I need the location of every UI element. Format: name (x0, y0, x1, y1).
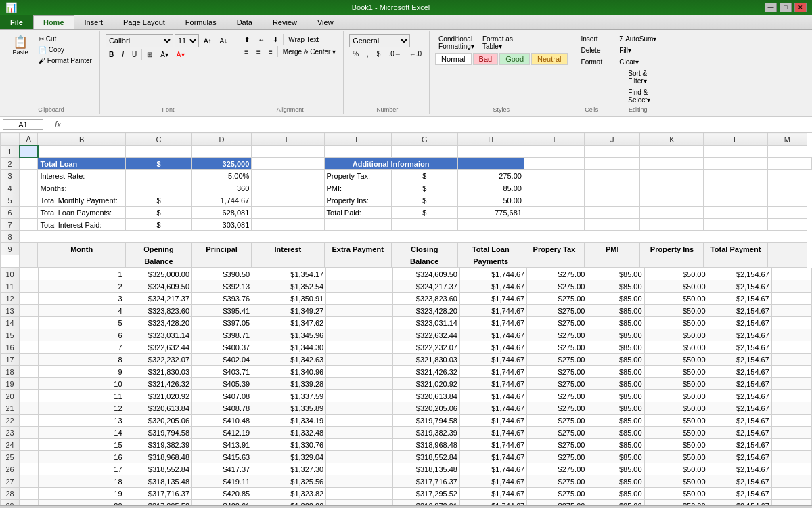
cell-g26[interactable]: $318,135.48 (392, 463, 459, 475)
row-header-2[interactable]: 2 (1, 158, 20, 170)
cell-j2[interactable] (640, 158, 704, 170)
cell-h28[interactable]: $1,744.67 (459, 488, 526, 500)
cell-f11[interactable] (326, 280, 392, 293)
cell-e23[interactable]: $1,332.48 (252, 427, 326, 439)
cell-k9b[interactable] (640, 255, 704, 268)
cell-b23[interactable]: 14 (38, 427, 125, 439)
cell-g15[interactable]: $322,632.44 (392, 329, 459, 341)
cell-d16[interactable]: $400.37 (192, 341, 252, 354)
cell-f12[interactable] (326, 293, 392, 305)
cell-h23[interactable]: $1,744.67 (459, 427, 526, 439)
bold-button[interactable]: B (106, 49, 117, 60)
cell-d3[interactable]: 5.00% (191, 170, 251, 182)
cell-d23[interactable]: $412.19 (192, 427, 252, 439)
cell-m12[interactable] (771, 293, 811, 305)
tab-data[interactable]: Data (227, 15, 263, 29)
cell-b9[interactable]: Month (38, 243, 126, 255)
cell-i6[interactable] (524, 207, 584, 219)
align-left-button[interactable]: ≡ (241, 46, 252, 57)
cell-l27[interactable]: $2,154.67 (708, 475, 771, 488)
cell-h6[interactable]: 775,681 (457, 207, 524, 219)
cell-m6[interactable] (767, 207, 807, 219)
cell-l17[interactable]: $2,154.67 (708, 354, 771, 366)
cell-c23[interactable]: $319,794.58 (125, 427, 191, 439)
cell-f1[interactable] (324, 146, 391, 158)
cell-f17[interactable] (326, 354, 392, 366)
cell-j21[interactable]: $85.00 (587, 402, 644, 415)
cell-h9[interactable]: Total Loan (457, 243, 524, 255)
cell-k15[interactable]: $50.00 (644, 329, 708, 341)
cell-i25[interactable]: $275.00 (527, 451, 587, 463)
cell-i23[interactable]: $275.00 (527, 427, 587, 439)
cell-a23[interactable] (20, 427, 39, 439)
cell-a25[interactable] (20, 451, 39, 463)
cell-a15[interactable] (20, 329, 39, 341)
cell-i21[interactable]: $275.00 (527, 402, 587, 415)
tab-view[interactable]: View (307, 15, 344, 29)
cell-a24[interactable] (20, 439, 39, 451)
cell-m11[interactable] (771, 280, 811, 293)
cell-j27[interactable]: $85.00 (587, 475, 644, 488)
row-header-12[interactable]: 12 (1, 293, 20, 305)
cell-m21[interactable] (771, 402, 811, 415)
row-header-23[interactable]: 23 (1, 427, 20, 439)
cell-i20[interactable]: $275.00 (527, 390, 587, 402)
cell-k1[interactable] (640, 146, 704, 158)
cell-c1[interactable] (126, 146, 192, 158)
cell-j7[interactable] (585, 219, 640, 231)
cell-a5[interactable] (20, 194, 38, 207)
cell-h4[interactable]: 85.00 (457, 182, 524, 194)
fill-color-button[interactable]: A▾ (157, 49, 172, 60)
cell-c22[interactable]: $320,205.06 (125, 415, 191, 427)
cell-g10[interactable]: $324,609.50 (392, 268, 459, 280)
cell-j23[interactable]: $85.00 (587, 427, 644, 439)
cell-e4[interactable] (252, 182, 324, 194)
col-header-a[interactable]: A (20, 133, 38, 146)
cell-a10[interactable] (20, 268, 39, 280)
cell-a4[interactable] (20, 182, 38, 194)
cell-b28[interactable]: 19 (38, 488, 125, 500)
row-header-28[interactable]: 28 (1, 488, 20, 500)
cell-h15[interactable]: $1,744.67 (459, 329, 526, 341)
col-header-i[interactable]: I (524, 133, 584, 146)
cell-l19[interactable]: $2,154.67 (708, 378, 771, 390)
underline-button[interactable]: U (129, 49, 140, 60)
cell-k22[interactable]: $50.00 (644, 415, 708, 427)
cell-g19[interactable]: $321,020.92 (392, 378, 459, 390)
cell-e15[interactable]: $1,345.96 (252, 329, 326, 341)
cell-j15[interactable]: $85.00 (587, 329, 644, 341)
cell-b11[interactable]: 2 (38, 280, 125, 293)
cell-m17[interactable] (771, 354, 811, 366)
cell-k9[interactable]: Property Ins (640, 243, 704, 255)
cell-f18[interactable] (326, 366, 392, 378)
conditional-formatting-button[interactable]: ConditionalFormatting▾ (435, 34, 478, 51)
row-header-16[interactable]: 16 (1, 341, 20, 354)
cell-k6[interactable] (640, 207, 704, 219)
cell-c9[interactable]: Opening (126, 243, 192, 255)
row-header-9[interactable]: 9 (1, 243, 20, 255)
cell-c4[interactable] (126, 182, 192, 194)
cell-d11[interactable]: $392.13 (192, 280, 252, 293)
cell-h17[interactable]: $1,744.67 (459, 354, 526, 366)
tab-file[interactable]: File (0, 15, 33, 29)
cell-f14[interactable] (326, 317, 392, 329)
col-header-e[interactable]: E (252, 133, 324, 146)
cell-g9[interactable]: Closing (391, 243, 457, 255)
cell-c17[interactable]: $322,232.07 (125, 354, 191, 366)
cell-i10[interactable]: $275.00 (527, 268, 587, 280)
increase-decimal-button[interactable]: .0→ (385, 49, 404, 59)
cell-f13[interactable] (326, 305, 392, 317)
cell-l7[interactable] (704, 219, 767, 231)
cell-d17[interactable]: $402.04 (192, 354, 252, 366)
cell-i19[interactable]: $275.00 (527, 378, 587, 390)
tab-formulas[interactable]: Formulas (175, 15, 227, 29)
cell-f7[interactable] (324, 219, 391, 231)
style-normal[interactable]: Normal (435, 53, 471, 65)
cell-g23[interactable]: $319,382.39 (392, 427, 459, 439)
cell-g21[interactable]: $320,205.06 (392, 402, 459, 415)
cell-l9[interactable]: Total Payment (704, 243, 767, 255)
col-header-g[interactable]: G (391, 133, 457, 146)
cell-f5[interactable]: Property Ins: (324, 194, 391, 207)
cell-b16[interactable]: 7 (38, 341, 125, 354)
cell-k12[interactable]: $50.00 (644, 293, 708, 305)
